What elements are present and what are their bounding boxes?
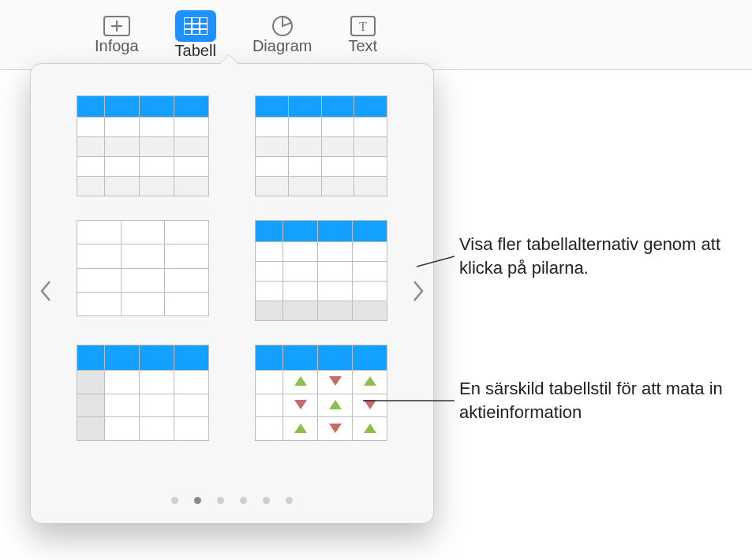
chevron-right-icon bbox=[412, 280, 425, 308]
callout-stock: En särskild tabellstil för att mata in a… bbox=[459, 377, 735, 424]
page-dot-4[interactable] bbox=[240, 497, 247, 504]
toolbar: Infoga Tabell Diagram T Text bbox=[0, 0, 752, 70]
stock-down-icon bbox=[364, 400, 376, 409]
callout-arrows: Visa fler tabellalternativ genom att kli… bbox=[459, 233, 735, 279]
chart-icon bbox=[268, 15, 297, 37]
table-style-popover bbox=[30, 63, 434, 524]
stock-up-icon bbox=[364, 424, 376, 433]
page-dot-2[interactable] bbox=[194, 497, 201, 504]
page-dot-3[interactable] bbox=[217, 497, 224, 504]
text-icon: T bbox=[349, 15, 377, 37]
stock-down-icon bbox=[294, 400, 307, 409]
table-style-header-firstcol[interactable] bbox=[77, 95, 209, 192]
chevron-left-icon bbox=[39, 280, 52, 308]
page-dot-6[interactable] bbox=[286, 497, 293, 504]
tool-insert-label: Infoga bbox=[95, 37, 139, 55]
page-dot-5[interactable] bbox=[263, 497, 270, 504]
insert-icon bbox=[103, 15, 131, 37]
tool-text[interactable]: T Text bbox=[348, 15, 377, 55]
table-style-plain[interactable] bbox=[77, 220, 209, 316]
next-page-arrow[interactable] bbox=[408, 278, 428, 309]
table-style-header-firstcol-footer[interactable] bbox=[255, 220, 387, 316]
page-dots bbox=[31, 497, 433, 504]
tool-table-label: Tabell bbox=[175, 42, 216, 60]
tool-table[interactable]: Tabell bbox=[175, 10, 216, 60]
tool-chart[interactable]: Diagram bbox=[253, 15, 312, 55]
stock-down-icon bbox=[329, 376, 342, 386]
table-style-header-grayblocks[interactable] bbox=[77, 345, 209, 441]
table-style-grid bbox=[77, 95, 387, 441]
stock-down-icon bbox=[329, 424, 342, 433]
page-dot-1[interactable] bbox=[171, 497, 178, 504]
table-icon bbox=[175, 10, 216, 42]
svg-rect-3 bbox=[184, 17, 208, 35]
prev-page-arrow[interactable] bbox=[36, 278, 56, 309]
table-style-header-altrows[interactable] bbox=[255, 95, 387, 192]
table-style-stock[interactable] bbox=[255, 345, 387, 441]
svg-text:T: T bbox=[359, 20, 367, 33]
stock-up-icon bbox=[294, 376, 307, 386]
tool-insert[interactable]: Infoga bbox=[95, 15, 139, 55]
tool-chart-label: Diagram bbox=[253, 37, 312, 55]
stock-up-icon bbox=[294, 424, 307, 433]
stock-up-icon bbox=[364, 376, 376, 386]
stock-up-icon bbox=[329, 400, 342, 409]
tool-text-label: Text bbox=[348, 37, 377, 55]
